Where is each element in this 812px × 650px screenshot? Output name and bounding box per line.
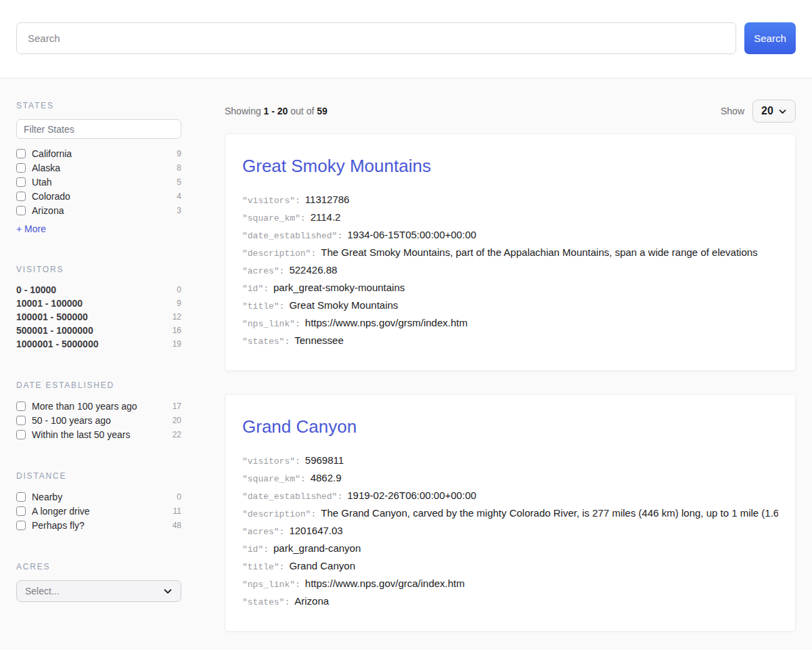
facet-option-california[interactable]: California 9 xyxy=(16,146,181,160)
field-key: "square_km": xyxy=(242,213,306,223)
field-key: "date_established": xyxy=(242,492,342,502)
field-value: 5969811 xyxy=(305,454,344,466)
distance-option-longer-drive[interactable]: A longer drive 11 xyxy=(16,504,181,518)
field-row: "date_established":1919-02-26T06:00:00+0… xyxy=(242,488,778,505)
field-row: "date_established":1934-06-15T05:00:00+0… xyxy=(242,227,778,244)
field-row: "visitors":11312786 xyxy=(242,192,778,209)
facet-option-colorado[interactable]: Colorado 4 xyxy=(16,189,181,203)
field-key: "description": xyxy=(242,248,316,259)
checkbox-icon[interactable] xyxy=(16,521,26,530)
field-row: "id":park_great-smoky-mountains xyxy=(242,280,778,297)
checkbox-icon[interactable] xyxy=(16,163,26,173)
search-input[interactable] xyxy=(16,22,736,54)
checkbox-icon[interactable] xyxy=(16,149,26,158)
result-card: Grand Canyon "visitors":5969811 "square_… xyxy=(225,394,796,632)
distance-facet: DISTANCE Nearby 0 A longer drive 11 Perh… xyxy=(16,471,181,532)
field-key: "states": xyxy=(242,597,290,607)
field-value: The Grand Canyon, carved by the mighty C… xyxy=(321,507,778,519)
facet-label: Within the last 50 years xyxy=(32,429,173,440)
facet-count: 19 xyxy=(173,339,181,349)
distance-option-nearby[interactable]: Nearby 0 xyxy=(16,490,181,504)
field-row: "acres":522426.88 xyxy=(242,262,778,280)
range-label: 500001 - 1000000 xyxy=(16,325,173,336)
field-value: Arizona xyxy=(294,595,329,607)
facet-label: Alaska xyxy=(32,162,177,173)
result-title-link[interactable]: Grand Canyon xyxy=(242,416,357,437)
field-row: "id":park_grand-canyon xyxy=(242,540,778,558)
field-key: "acres": xyxy=(242,266,284,276)
checkbox-icon[interactable] xyxy=(16,430,26,439)
results-range: 1 - 20 xyxy=(264,106,288,116)
visitors-facet-title: VISITORS xyxy=(16,265,181,274)
facet-option-alaska[interactable]: Alaska 8 xyxy=(16,160,181,175)
page-size-select[interactable]: 20 xyxy=(752,100,796,123)
date-option-more-than-100[interactable]: More than 100 years ago 17 xyxy=(16,399,181,413)
result-card: Great Smoky Mountains "visitors":1131278… xyxy=(225,133,796,371)
field-value: park_great-smoky-mountains xyxy=(273,282,405,293)
visitors-range-option[interactable]: 10001 - 100000 9 xyxy=(16,297,181,310)
facet-count: 8 xyxy=(177,163,181,173)
search-button[interactable]: Search xyxy=(744,22,796,54)
date-option-50-100[interactable]: 50 - 100 years ago 20 xyxy=(16,413,181,427)
distance-option-perhaps-fly[interactable]: Perhaps fly? 48 xyxy=(16,518,181,532)
checkbox-icon[interactable] xyxy=(16,402,26,411)
facet-label: California xyxy=(32,148,177,159)
acres-facet: ACRES Select... xyxy=(16,562,181,602)
facet-count: 9 xyxy=(177,299,181,308)
result-title-link[interactable]: Great Smoky Mountains xyxy=(242,156,431,177)
field-value: Grand Canyon xyxy=(289,560,355,571)
facet-label: More than 100 years ago xyxy=(32,401,173,412)
field-key: "states": xyxy=(242,337,290,347)
visitors-range-option[interactable]: 1000001 - 5000000 19 xyxy=(16,337,181,351)
field-key: "visitors": xyxy=(242,196,300,206)
date-option-last-50[interactable]: Within the last 50 years 22 xyxy=(16,427,181,441)
facet-label: 50 - 100 years ago xyxy=(32,415,173,426)
facet-count: 0 xyxy=(177,492,181,502)
field-row: "title":Grand Canyon xyxy=(242,558,778,576)
facet-label: Utah xyxy=(32,177,177,188)
field-key: "acres": xyxy=(242,527,284,537)
checkbox-icon[interactable] xyxy=(16,416,26,425)
field-row: "nps_link":https://www.nps.gov/grsm/inde… xyxy=(242,315,778,332)
field-value: The Great Smoky Mountains, part of the A… xyxy=(321,246,757,258)
facet-option-arizona[interactable]: Arizona 3 xyxy=(16,203,181,217)
showing-label: Showing xyxy=(225,106,261,116)
field-value: 522426.88 xyxy=(289,264,337,276)
field-key: "date_established": xyxy=(242,231,342,241)
visitors-range-option[interactable]: 0 - 10000 0 xyxy=(16,283,181,297)
filter-states-input[interactable] xyxy=(16,119,181,139)
checkbox-icon[interactable] xyxy=(16,492,26,502)
field-row: "acres":1201647.03 xyxy=(242,523,778,540)
states-facet: STATES California 9 Alaska 8 Utah 5 Colo… xyxy=(16,101,181,235)
field-row: "description":The Great Smoky Mountains,… xyxy=(242,244,778,262)
field-key: "nps_link": xyxy=(242,580,300,590)
checkbox-icon[interactable] xyxy=(16,192,26,201)
states-facet-title: STATES xyxy=(16,101,181,110)
acres-select[interactable]: Select... xyxy=(16,580,181,602)
field-value: 1934-06-15T05:00:00+00:00 xyxy=(347,229,476,240)
field-value: Great Smoky Mountains xyxy=(289,299,398,311)
visitors-facet: VISITORS 0 - 10000 0 10001 - 100000 9 10… xyxy=(16,265,181,351)
facet-count: 12 xyxy=(173,312,181,322)
visitors-range-option[interactable]: 500001 - 1000000 16 xyxy=(16,324,181,337)
more-states-link[interactable]: + More xyxy=(16,223,46,234)
field-key: "id": xyxy=(242,544,269,555)
result-fields: "visitors":5969811 "square_km":4862.9 "d… xyxy=(242,452,778,611)
checkbox-icon[interactable] xyxy=(16,206,26,215)
visitors-range-option[interactable]: 100001 - 500000 12 xyxy=(16,310,181,324)
show-label: Show xyxy=(721,106,744,116)
results-total: 59 xyxy=(317,106,328,116)
field-key: "title": xyxy=(242,301,284,311)
facet-count: 3 xyxy=(177,206,181,215)
checkbox-icon[interactable] xyxy=(16,177,26,187)
result-fields: "visitors":11312786 "square_km":2114.2 "… xyxy=(242,192,778,350)
range-label: 1000001 - 5000000 xyxy=(16,339,173,349)
checkbox-icon[interactable] xyxy=(16,506,26,516)
facet-count: 20 xyxy=(173,416,181,425)
facet-option-utah[interactable]: Utah 5 xyxy=(16,175,181,189)
field-key: "description": xyxy=(242,509,316,519)
facet-label: Nearby xyxy=(32,492,177,502)
field-value: Tennessee xyxy=(294,334,344,346)
page-size-value: 20 xyxy=(761,105,773,117)
field-row: "square_km":4862.9 xyxy=(242,470,778,488)
